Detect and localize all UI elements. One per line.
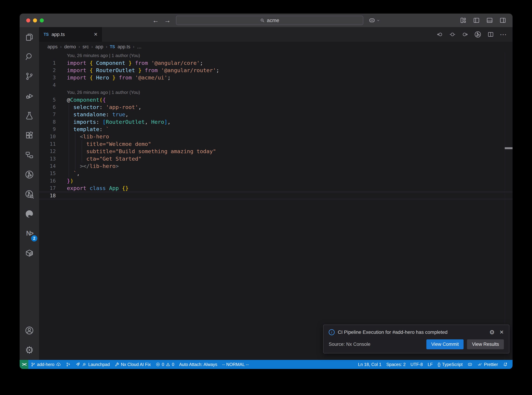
sidebar-item-nx-console[interactable]: N> 2 bbox=[20, 224, 39, 243]
nav-forward-icon[interactable] bbox=[462, 31, 468, 38]
token bbox=[67, 141, 86, 147]
minimize-window-button[interactable] bbox=[33, 18, 37, 22]
code-line[interactable]: 11 title="Welcmoe demo" bbox=[39, 140, 513, 148]
zoom-window-button[interactable] bbox=[40, 18, 44, 22]
code-line[interactable]: 5@Component({ bbox=[39, 96, 513, 103]
check-double-icon bbox=[478, 362, 482, 367]
nx-cloud-status-item[interactable]: Nx Cloud AI Fix bbox=[112, 360, 153, 369]
code-line[interactable]: 6 selector: 'app-root', bbox=[39, 104, 513, 111]
breadcrumb-item[interactable]: src bbox=[82, 44, 89, 49]
sidebar-item-source-control[interactable] bbox=[20, 66, 39, 86]
notification-settings-icon[interactable]: ⚙ bbox=[489, 329, 494, 335]
search-icon bbox=[25, 52, 34, 61]
breadcrumb-item[interactable]: … bbox=[137, 44, 142, 49]
vim-mode-status-item[interactable]: -- NORMAL -- bbox=[220, 360, 251, 369]
toggle-sidebar-icon[interactable] bbox=[473, 17, 480, 24]
back-arrow-icon[interactable]: ← bbox=[152, 17, 159, 24]
chevron-right-icon: › bbox=[133, 44, 134, 49]
breadcrumb-item[interactable]: apps bbox=[48, 44, 58, 49]
commit-graph-icon[interactable] bbox=[474, 31, 482, 38]
blame-annotation[interactable]: You, 26 minutes ago | 1 author (You) bbox=[39, 52, 513, 59]
token: from bbox=[141, 67, 161, 73]
language-status-item[interactable]: {} TypeScript bbox=[435, 360, 465, 369]
code-line[interactable]: 15 `, bbox=[39, 170, 513, 177]
token: Hero bbox=[96, 74, 109, 81]
branch-status-item[interactable]: add-hero bbox=[28, 360, 63, 369]
eol-status-item[interactable]: LF bbox=[425, 360, 435, 369]
encoding-status-item[interactable]: UTF-8 bbox=[408, 360, 425, 369]
forward-arrow-icon[interactable]: → bbox=[164, 17, 171, 24]
sidebar-item-gitlens-inspect[interactable] bbox=[20, 184, 39, 204]
code-editor[interactable]: You, 26 minutes ago | 1 author (You)1imp… bbox=[39, 52, 513, 360]
chevron-right-icon: › bbox=[60, 44, 62, 49]
view-commit-button[interactable]: View Commit bbox=[426, 339, 464, 349]
more-actions-icon[interactable]: ⋯ bbox=[500, 33, 507, 36]
sidebar-item-settings[interactable]: ⚙ bbox=[20, 340, 39, 360]
code-line[interactable]: 17export class App {} bbox=[39, 184, 513, 192]
token: from bbox=[132, 60, 151, 66]
close-icon[interactable]: ✕ bbox=[500, 329, 504, 335]
line-number: 18 bbox=[39, 193, 56, 198]
nav-back-icon[interactable] bbox=[436, 31, 443, 38]
line-number: 11 bbox=[39, 141, 56, 147]
close-icon[interactable]: ✕ bbox=[94, 32, 98, 37]
indentation-status-item[interactable]: Spaces: 2 bbox=[384, 360, 408, 369]
sidebar-item-explorer[interactable] bbox=[20, 27, 39, 47]
code-line[interactable]: 14 ></lib-hero> bbox=[39, 162, 513, 170]
sidebar-item-search[interactable] bbox=[20, 47, 39, 66]
code-line[interactable]: 4 bbox=[39, 81, 513, 89]
code-line[interactable]: 3import { Hero } from '@acme/ui'; bbox=[39, 74, 513, 81]
warning-count: 0 bbox=[172, 362, 174, 367]
close-window-button[interactable] bbox=[26, 18, 30, 22]
breadcrumb-item[interactable]: app.ts bbox=[118, 44, 130, 49]
sidebar-item-testing[interactable] bbox=[20, 106, 39, 125]
auto-attach-status-item[interactable]: Auto Attach: Always bbox=[177, 360, 220, 369]
sidebar-item-edge-tools[interactable] bbox=[20, 204, 39, 224]
formatter-status-item[interactable]: Prettier bbox=[475, 360, 500, 369]
code-line[interactable]: 9 template: ` bbox=[39, 126, 513, 133]
sidebar-item-gitlens[interactable] bbox=[20, 165, 39, 184]
indent-guide bbox=[69, 170, 69, 177]
launchpad-status-item[interactable]: Launchpad bbox=[73, 360, 112, 369]
copilot-status-item[interactable] bbox=[465, 360, 475, 369]
code-line[interactable]: 10 <lib-hero bbox=[39, 133, 513, 140]
customize-layout-icon[interactable] bbox=[460, 17, 467, 24]
nav-dash-circle-icon[interactable] bbox=[449, 31, 456, 38]
gitlens-inspect-icon bbox=[25, 189, 34, 199]
sidebar-item-extensions[interactable] bbox=[20, 125, 39, 145]
breadcrumb-item[interactable]: demo bbox=[64, 44, 76, 49]
code-line[interactable]: 2import { RouterOutlet } from '@angular/… bbox=[39, 66, 513, 74]
scrollbar[interactable] bbox=[505, 52, 513, 360]
token: , bbox=[138, 104, 142, 110]
copilot-menu[interactable] bbox=[369, 17, 380, 24]
error-icon bbox=[156, 362, 160, 367]
code-line[interactable]: 16}) bbox=[39, 177, 513, 184]
code-line[interactable]: 13 cta="Get Started" bbox=[39, 155, 513, 162]
sidebar-item-references[interactable] bbox=[20, 145, 39, 165]
code-text: title="Welcmoe demo" bbox=[56, 141, 151, 147]
split-editor-icon[interactable] bbox=[487, 31, 494, 38]
code-line[interactable]: 18 bbox=[39, 192, 513, 199]
toggle-panel-icon[interactable] bbox=[486, 17, 493, 24]
command-center-search[interactable]: acme bbox=[176, 16, 363, 25]
git-compare-status-item[interactable] bbox=[63, 360, 73, 369]
sidebar-item-containers[interactable] bbox=[20, 243, 39, 263]
cursor-position-status-item[interactable]: Ln 18, Col 1 bbox=[356, 360, 384, 369]
toggle-secondary-sidebar-icon[interactable] bbox=[499, 17, 506, 24]
code-line[interactable]: 12 subtitle="Build something amazing tod… bbox=[39, 148, 513, 155]
code-text: @Component({ bbox=[56, 97, 106, 103]
remote-indicator[interactable]: >< bbox=[20, 360, 28, 369]
blame-annotation[interactable]: You, 26 minutes ago | 1 author (You) bbox=[39, 89, 513, 96]
code-line[interactable]: 1import { Component } from '@angular/cor… bbox=[39, 59, 513, 66]
code-text: template: ` bbox=[56, 126, 109, 132]
token bbox=[67, 170, 73, 176]
code-line[interactable]: 8 imports: [RouterOutlet, Hero], bbox=[39, 118, 513, 126]
code-line[interactable]: 7 standalone: true, bbox=[39, 111, 513, 118]
view-results-button[interactable]: View Results bbox=[467, 339, 504, 349]
breadcrumb-item[interactable]: app bbox=[95, 44, 103, 49]
tab-app-ts[interactable]: TS app.ts ✕ bbox=[39, 27, 102, 42]
notifications-bell[interactable] bbox=[500, 360, 510, 369]
sidebar-item-accounts[interactable] bbox=[20, 321, 39, 340]
problems-status-item[interactable]: 0 0 bbox=[153, 360, 177, 369]
sidebar-item-run-debug[interactable] bbox=[20, 86, 39, 106]
